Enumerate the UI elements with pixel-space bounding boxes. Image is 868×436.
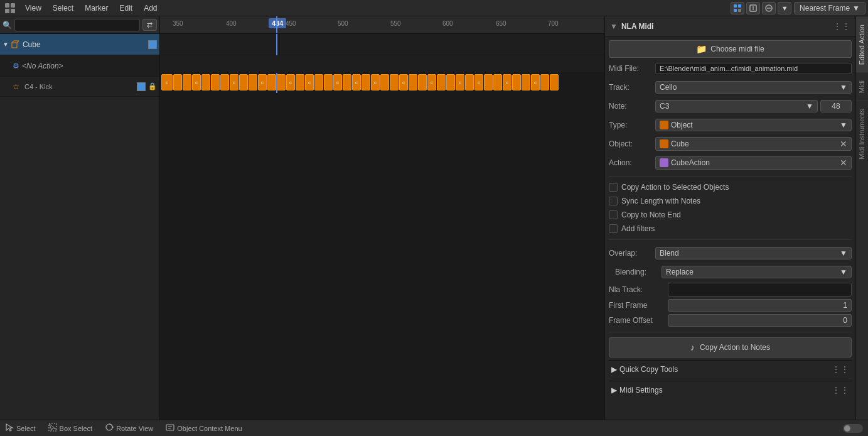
first-frame-value[interactable]: 1 bbox=[668, 299, 852, 312]
nla-clip-10[interactable] bbox=[249, 74, 257, 90]
nla-clip-38[interactable] bbox=[512, 74, 521, 90]
box-select-item[interactable]: Box Select bbox=[48, 423, 93, 433]
nla-clip-30[interactable] bbox=[437, 74, 446, 90]
nla-clip-20[interactable] bbox=[343, 74, 351, 90]
nla-clip-7[interactable] bbox=[220, 74, 229, 90]
search-bar: 🔍 ⇄ bbox=[0, 16, 159, 34]
header-icon-cursor[interactable] bbox=[731, 2, 744, 14]
cube-track-checkbox[interactable] bbox=[148, 40, 157, 49]
editor-icon[interactable] bbox=[3, 1, 18, 16]
nla-clip-21[interactable]: c bbox=[352, 74, 361, 90]
nla-clip-41[interactable] bbox=[540, 74, 549, 90]
nla-clip-36[interactable] bbox=[493, 74, 502, 90]
no-action-timeline-area[interactable] bbox=[160, 55, 604, 73]
menu-add[interactable]: Add bbox=[139, 3, 162, 14]
nla-track-input[interactable] bbox=[668, 283, 852, 297]
copy-action-selected-checkbox[interactable] bbox=[609, 183, 618, 192]
overlap-select[interactable]: Blend ▼ bbox=[655, 247, 852, 259]
nla-clip-34[interactable]: c bbox=[474, 74, 483, 90]
nla-clip-37[interactable]: c bbox=[503, 74, 512, 90]
track-item-cube[interactable]: ▼ Cube bbox=[0, 34, 159, 55]
nla-clip-42[interactable] bbox=[550, 74, 559, 90]
nla-clip-35[interactable] bbox=[484, 74, 493, 90]
object-context-item[interactable]: Object Context Menu bbox=[166, 423, 242, 433]
nla-clip-4[interactable]: c bbox=[192, 74, 201, 90]
rotate-view-item[interactable]: Rotate View bbox=[105, 423, 153, 433]
object-select[interactable]: Cube ✕ bbox=[655, 137, 852, 151]
c4-kick-timeline-area[interactable]: c c c c c c bbox=[160, 73, 604, 93]
side-tab-midi[interactable]: Midi bbox=[856, 72, 868, 101]
note-number[interactable]: 48 bbox=[820, 100, 852, 112]
nla-clip-12[interactable] bbox=[267, 74, 276, 90]
frame-ruler[interactable]: 350 400 434 450 500 550 600 650 700 bbox=[160, 16, 604, 34]
c4-kick-checkbox[interactable] bbox=[137, 82, 146, 91]
nla-clip-13[interactable] bbox=[277, 74, 286, 90]
nla-clip-24[interactable] bbox=[380, 74, 389, 90]
toggle-pill[interactable] bbox=[843, 424, 863, 433]
sync-length-checkbox[interactable] bbox=[609, 197, 618, 205]
nla-clip-32[interactable]: c bbox=[456, 74, 464, 90]
nla-clip-9[interactable] bbox=[239, 74, 248, 90]
nla-clip-17[interactable] bbox=[314, 74, 323, 90]
menu-marker[interactable]: Marker bbox=[80, 3, 113, 14]
nla-clip-26[interactable]: c bbox=[399, 74, 408, 90]
nla-clip-29[interactable]: c bbox=[427, 74, 436, 90]
copy-note-end-checkbox[interactable] bbox=[609, 210, 618, 219]
nla-clip-31[interactable] bbox=[446, 74, 455, 90]
nla-clip-28[interactable] bbox=[418, 74, 427, 90]
search-input[interactable] bbox=[14, 19, 140, 31]
svg-rect-19 bbox=[166, 425, 174, 430]
add-filters-checkbox[interactable] bbox=[609, 224, 618, 233]
nla-clip-1[interactable]: c bbox=[161, 74, 173, 90]
menu-edit[interactable]: Edit bbox=[115, 3, 138, 14]
nla-clip-19[interactable]: c bbox=[333, 74, 342, 90]
sync-button[interactable]: ⇄ bbox=[142, 19, 157, 31]
midi-settings-header[interactable]: ▶ Midi Settings ⋮⋮ bbox=[611, 385, 849, 395]
header-icon-channel[interactable] bbox=[762, 2, 776, 14]
nla-clip-33[interactable] bbox=[465, 74, 474, 90]
nla-clip-27[interactable] bbox=[409, 74, 417, 90]
quick-copy-tools-header[interactable]: ▶ Quick Copy Tools ⋮⋮ bbox=[611, 364, 849, 374]
select-item[interactable]: Select bbox=[5, 423, 36, 433]
nla-clip-15[interactable] bbox=[296, 74, 304, 90]
nla-clip-8[interactable]: c bbox=[230, 74, 238, 90]
note-select[interactable]: C3 ▼ bbox=[655, 100, 818, 112]
nla-clip-3[interactable] bbox=[183, 74, 191, 90]
nla-clip-39[interactable] bbox=[522, 74, 530, 90]
side-tab-midi-instruments[interactable]: Midi Instruments bbox=[856, 101, 868, 167]
nla-clip-22[interactable] bbox=[362, 74, 370, 90]
frame-offset-value[interactable]: 0 bbox=[668, 314, 852, 327]
action-select[interactable]: CubeAction ✕ bbox=[655, 156, 852, 170]
nla-clip-11[interactable]: c bbox=[258, 74, 267, 90]
nla-clip-23[interactable]: c bbox=[371, 74, 380, 90]
first-frame-label: First Frame bbox=[609, 301, 665, 310]
copy-action-notes-button[interactable]: ♪ Copy Action to Notes bbox=[609, 337, 852, 357]
nla-clip-40[interactable]: c bbox=[531, 74, 540, 90]
choose-midi-file-button[interactable]: 📁 Choose midi file bbox=[609, 40, 852, 58]
panel-collapse-icon[interactable]: ▼ bbox=[610, 22, 618, 31]
track-select[interactable]: Cello ▼ bbox=[655, 81, 852, 94]
nla-clip-18[interactable] bbox=[324, 74, 333, 90]
object-clear-icon[interactable]: ✕ bbox=[840, 139, 847, 149]
track-item-c4-kick[interactable]: ☆ C4 - Kick 🔒 bbox=[0, 77, 159, 97]
panel-options-icon[interactable]: ⋮⋮ bbox=[833, 21, 850, 31]
side-tab-edited-action[interactable]: Edited Action bbox=[856, 16, 868, 72]
menu-select[interactable]: Select bbox=[48, 3, 78, 14]
action-clear-icon[interactable]: ✕ bbox=[840, 158, 847, 168]
nla-clip-25[interactable] bbox=[390, 74, 399, 90]
nla-clip-16[interactable]: c bbox=[305, 74, 314, 90]
note-label: Note: bbox=[609, 102, 653, 111]
nla-clip-5[interactable] bbox=[201, 74, 210, 90]
nla-clip-2[interactable] bbox=[173, 74, 182, 90]
nla-clip-6[interactable] bbox=[211, 74, 220, 90]
track-item-no-action[interactable]: ⚙ <No Action> bbox=[0, 55, 159, 77]
header-icon-filter[interactable]: ▼ bbox=[778, 2, 791, 14]
nearest-frame-button[interactable]: Nearest Frame ▼ bbox=[794, 2, 865, 14]
type-select[interactable]: Object ▼ bbox=[655, 119, 852, 131]
header-icon-keyframe[interactable] bbox=[746, 2, 760, 14]
timeline-content[interactable]: c c c c c c bbox=[160, 34, 604, 420]
nla-clip-14[interactable]: c bbox=[286, 74, 295, 90]
blending-select[interactable]: Replace ▼ bbox=[662, 266, 852, 278]
cube-timeline-area[interactable] bbox=[160, 34, 604, 55]
menu-view[interactable]: View bbox=[20, 3, 46, 14]
